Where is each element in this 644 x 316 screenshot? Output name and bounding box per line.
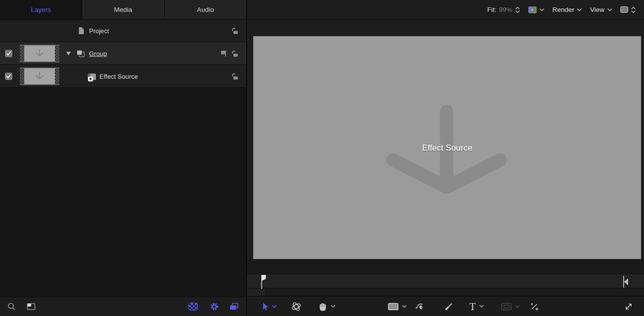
paint-stroke-tool[interactable] bbox=[445, 302, 453, 311]
stepper-icon bbox=[631, 6, 636, 14]
drop-zone-badge-icon bbox=[88, 76, 93, 81]
expand-timing-button[interactable] bbox=[624, 302, 633, 311]
mask-rectangle-icon bbox=[501, 303, 512, 311]
canvas-viewer: Fit: 99% Render View bbox=[247, 0, 644, 316]
chevron-down-icon[interactable] bbox=[479, 305, 484, 309]
layers-panel-footer bbox=[0, 297, 246, 316]
bezier-tool[interactable] bbox=[415, 302, 424, 311]
view-menu[interactable]: View bbox=[590, 6, 612, 13]
layer-row-project[interactable]: Project bbox=[0, 20, 246, 42]
unlock-icon[interactable] bbox=[231, 50, 238, 57]
select-transform-tool[interactable] bbox=[261, 302, 277, 311]
hand-icon bbox=[318, 302, 327, 311]
chevron-down-icon[interactable] bbox=[330, 305, 336, 309]
viewer-toolbar: Fit: 99% Render View bbox=[247, 0, 644, 20]
end-range-marker[interactable] bbox=[622, 276, 629, 290]
mini-timeline[interactable] bbox=[247, 259, 644, 296]
tab-audio[interactable]: Audio bbox=[165, 0, 246, 19]
select-arrow-icon bbox=[261, 302, 269, 311]
channels-control[interactable] bbox=[528, 6, 545, 13]
text-tool[interactable]: T bbox=[469, 301, 484, 312]
tab-media[interactable]: Media bbox=[82, 0, 164, 19]
display-control[interactable] bbox=[620, 6, 636, 14]
expand-diagonal-icon bbox=[624, 302, 633, 311]
timeline-scrubber[interactable] bbox=[247, 275, 644, 288]
down-arrow-thumb-icon bbox=[33, 48, 46, 59]
render-menu[interactable]: Render bbox=[552, 6, 582, 13]
group-label[interactable]: Group bbox=[89, 50, 107, 57]
check-icon bbox=[6, 51, 11, 55]
brush-icon bbox=[445, 302, 453, 311]
playhead-marker[interactable] bbox=[260, 274, 267, 291]
rectangle-icon bbox=[388, 303, 399, 311]
mask-tool-disabled bbox=[501, 303, 520, 311]
disclosure-triangle-icon[interactable] bbox=[66, 51, 71, 55]
group-icon bbox=[76, 50, 85, 57]
tab-layers[interactable]: Layers bbox=[0, 0, 82, 19]
stepper-icon[interactable] bbox=[515, 6, 520, 14]
layer-row-effect-source[interactable]: Effect Source bbox=[0, 65, 246, 88]
panel-tabs: Layers Media Audio bbox=[0, 0, 246, 20]
color-channels-icon bbox=[528, 6, 537, 13]
down-arrow-thumb-icon bbox=[33, 71, 46, 82]
effect-source-label[interactable]: Effect Source bbox=[99, 72, 138, 80]
text-tool-glyph: T bbox=[469, 301, 476, 312]
fit-label: Fit: bbox=[487, 6, 497, 13]
display-swatch-icon bbox=[620, 6, 628, 13]
chevron-down-icon[interactable] bbox=[402, 305, 407, 309]
document-icon bbox=[78, 27, 85, 35]
view-label: View bbox=[590, 6, 604, 13]
canvas[interactable]: Effect Source bbox=[253, 36, 641, 259]
checkerboard-icon[interactable] bbox=[189, 303, 197, 310]
unlock-icon[interactable] bbox=[231, 27, 238, 35]
zoom-control[interactable]: Fit: 99% bbox=[487, 6, 520, 14]
chevron-down-icon bbox=[515, 305, 520, 309]
drop-zone-icon bbox=[88, 73, 96, 80]
group-activation-checkbox[interactable] bbox=[5, 50, 12, 57]
unlock-icon[interactable] bbox=[231, 72, 238, 80]
wand-sparkle-icon bbox=[530, 302, 539, 311]
orbit-icon bbox=[291, 302, 302, 311]
canvas-toolbar: T bbox=[247, 296, 644, 316]
zoom-value: 99% bbox=[499, 6, 512, 13]
search-icon[interactable] bbox=[7, 302, 16, 312]
effect-source-activation-checkbox[interactable] bbox=[5, 72, 12, 80]
shape-tool[interactable] bbox=[388, 303, 407, 311]
project-label[interactable]: Project bbox=[89, 27, 109, 35]
layers-panel: Layers Media Audio Project bbox=[0, 0, 247, 316]
layout-preview-icon[interactable] bbox=[27, 303, 36, 311]
layer-row-group[interactable]: Group bbox=[0, 42, 246, 65]
render-label: Render bbox=[552, 6, 574, 13]
flag-icon[interactable] bbox=[220, 50, 228, 57]
3d-transform-tool[interactable] bbox=[291, 302, 302, 311]
group-thumbnail[interactable] bbox=[20, 45, 59, 62]
layers-stack-icon[interactable] bbox=[230, 303, 239, 311]
pan-tool[interactable] bbox=[318, 302, 336, 311]
adjust-item-tool[interactable] bbox=[530, 302, 539, 311]
check-icon bbox=[6, 74, 11, 78]
chevron-down-icon bbox=[539, 8, 545, 12]
effect-source-canvas-label: Effect Source bbox=[253, 143, 641, 153]
pen-icon bbox=[415, 302, 424, 311]
chevron-down-icon[interactable] bbox=[272, 305, 277, 309]
chevron-down-icon bbox=[607, 8, 612, 12]
chevron-down-icon bbox=[577, 8, 582, 12]
effect-source-thumbnail[interactable] bbox=[20, 67, 59, 85]
motion-window: Layers Media Audio Project bbox=[0, 0, 644, 316]
gear-icon[interactable] bbox=[210, 302, 219, 312]
